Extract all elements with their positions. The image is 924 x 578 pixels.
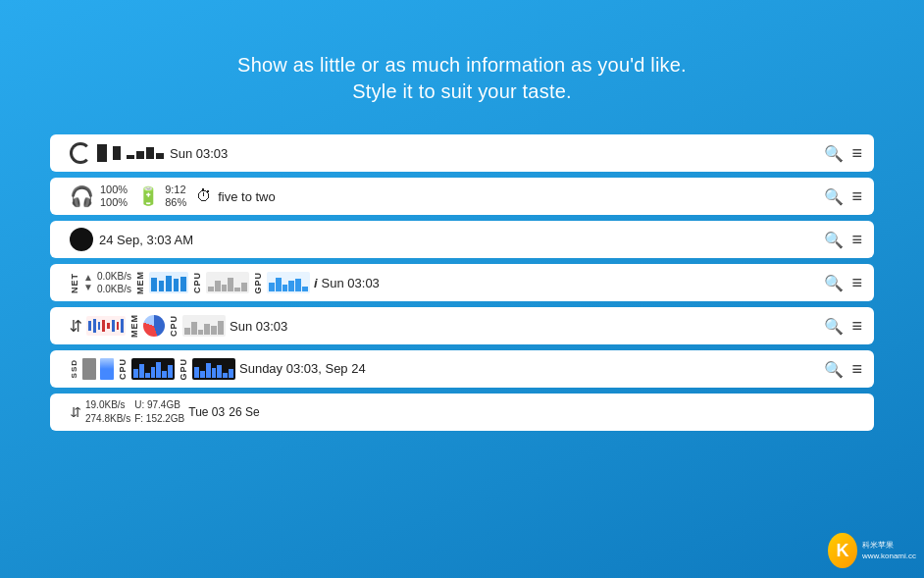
clock-icon: ⏱ bbox=[196, 187, 212, 205]
moon-icon bbox=[70, 228, 93, 251]
menu-icon[interactable]: ≡ bbox=[851, 273, 862, 293]
cpu-label: CPU bbox=[192, 272, 202, 293]
mem-label: MEM bbox=[135, 271, 145, 294]
info-icon: i bbox=[314, 276, 318, 290]
gpu-dark-chart bbox=[192, 358, 235, 380]
pie-chart bbox=[143, 315, 165, 337]
menu-icon[interactable]: ≡ bbox=[851, 143, 862, 164]
watermark-info: 科米苹果 www.konami.cc bbox=[862, 540, 916, 561]
bar3-date: 24 Sep, 3:03 AM bbox=[99, 233, 193, 247]
net-rotate-icon: ⇅ bbox=[70, 404, 81, 420]
search-icon[interactable]: 🔍 bbox=[824, 144, 844, 163]
bar1-content: Sun 03:03 bbox=[70, 142, 228, 164]
bar7-content: ⇅ 19.0KB/s 274.8KB/s U: 97.4GB F: 152.2G… bbox=[70, 398, 260, 426]
search-icon[interactable]: 🔍 bbox=[824, 274, 844, 292]
circle-icon bbox=[70, 142, 91, 164]
battery-display: 9:12 86% bbox=[165, 184, 186, 209]
bar6-time: Sunday 03:03, Sep 24 bbox=[239, 361, 366, 376]
headphone-icon: 🎧 bbox=[70, 184, 94, 208]
mem-label-5: MEM bbox=[129, 314, 139, 338]
bar3-actions: 🔍 ≡ bbox=[824, 230, 862, 250]
header-line2: Style it to suit your taste. bbox=[0, 80, 924, 103]
volume-display: 100% 100% bbox=[100, 184, 128, 209]
bar-7: ⇅ 19.0KB/s 274.8KB/s U: 97.4GB F: 152.2G… bbox=[50, 394, 874, 431]
bar1-time: Sun 03:03 bbox=[170, 146, 228, 161]
bar2-content: 🎧 100% 100% 🔋 9:12 86% ⏱ five to two bbox=[70, 184, 276, 209]
bar-1: Sun 03:03 🔍 ≡ bbox=[50, 134, 874, 172]
bar-4: NET ▲ ▼ 0.0KB/s 0.0KB/s MEM CPU bbox=[50, 264, 874, 301]
battery-icon: 🔋 bbox=[137, 185, 159, 207]
bar7-time: Tue 03 bbox=[188, 405, 225, 419]
bar-3: 24 Sep, 3:03 AM 🔍 ≡ bbox=[50, 221, 874, 258]
cpu-label-6: CPU bbox=[118, 358, 128, 380]
menu-icon[interactable]: ≡ bbox=[851, 359, 862, 380]
bars-container: Sun 03:03 🔍 ≡ 🎧 100% 100% 🔋 9:12 86% ⏱ f… bbox=[50, 134, 874, 431]
bar7-date2: 26 Se bbox=[229, 405, 259, 419]
mem-chart bbox=[149, 272, 188, 293]
cpu-dark-chart bbox=[131, 358, 175, 380]
bar5-content: ⇅ MEM CPU Sun bbox=[70, 314, 287, 338]
dash3 bbox=[146, 147, 154, 159]
dash2 bbox=[136, 151, 144, 159]
menu-icon[interactable]: ≡ bbox=[851, 186, 862, 207]
bar-5: ⇅ MEM CPU Sun bbox=[50, 307, 874, 344]
search-icon[interactable]: 🔍 bbox=[824, 317, 844, 336]
bar1-actions: 🔍 ≡ bbox=[824, 143, 862, 164]
ssd-block1 bbox=[82, 358, 96, 380]
cpu-label-5: CPU bbox=[169, 315, 179, 337]
bar4-content: NET ▲ ▼ 0.0KB/s 0.0KB/s MEM CPU bbox=[70, 270, 380, 295]
gpu-chart bbox=[267, 272, 310, 293]
bar3-content: 24 Sep, 3:03 AM bbox=[70, 228, 193, 251]
bar5-actions: 🔍 ≡ bbox=[824, 316, 862, 337]
gpu-label: GPU bbox=[253, 272, 263, 294]
search-icon[interactable]: 🔍 bbox=[824, 231, 844, 249]
bar4-actions: 🔍 ≡ bbox=[824, 273, 862, 293]
search-icon[interactable]: 🔍 bbox=[824, 187, 844, 206]
bar-2: 🎧 100% 100% 🔋 9:12 86% ⏱ five to two 🔍 ≡ bbox=[50, 178, 874, 215]
net-speeds: 0.0KB/s 0.0KB/s bbox=[97, 270, 131, 295]
menu-icon[interactable]: ≡ bbox=[851, 230, 862, 250]
network-rotate-icon: ⇅ bbox=[70, 317, 82, 336]
rect-icon bbox=[97, 144, 107, 162]
watermark: K 科米苹果 www.konami.cc bbox=[828, 531, 916, 570]
dash1 bbox=[127, 155, 134, 159]
cpu-chart bbox=[206, 272, 249, 293]
bar5-time: Sun 03:03 bbox=[230, 319, 287, 334]
waveform-chart bbox=[86, 316, 126, 336]
bar2-actions: 🔍 ≡ bbox=[824, 186, 862, 207]
gpu-label-6: GPU bbox=[179, 358, 188, 381]
small-rect-icon bbox=[113, 146, 121, 160]
search-icon[interactable]: 🔍 bbox=[824, 360, 844, 379]
watermark-logo: K bbox=[828, 533, 857, 568]
disk-info: U: 97.4GB F: 152.2GB bbox=[134, 398, 184, 426]
bar2-time-spoken: five to two bbox=[218, 189, 276, 204]
net-speeds-7: 19.0KB/s 274.8KB/s bbox=[85, 398, 130, 426]
net-arrows: ▲ ▼ bbox=[83, 273, 93, 292]
net-label: NET bbox=[70, 273, 79, 293]
ssd-block2 bbox=[100, 358, 114, 380]
bar6-content: SSD CPU GPU bbox=[70, 358, 366, 381]
dash4 bbox=[156, 153, 164, 159]
dash-group-icon bbox=[127, 147, 164, 159]
bar4-time: Sun 03:03 bbox=[322, 276, 380, 290]
header-section: Show as little or as much information as… bbox=[0, 0, 924, 103]
bar6-actions: 🔍 ≡ bbox=[824, 359, 862, 380]
header-line1: Show as little or as much information as… bbox=[0, 54, 924, 77]
menu-icon[interactable]: ≡ bbox=[851, 316, 862, 337]
cpu-chart-5 bbox=[182, 315, 226, 337]
bar-6: SSD CPU GPU bbox=[50, 350, 874, 388]
ssd-label: SSD bbox=[70, 359, 78, 378]
